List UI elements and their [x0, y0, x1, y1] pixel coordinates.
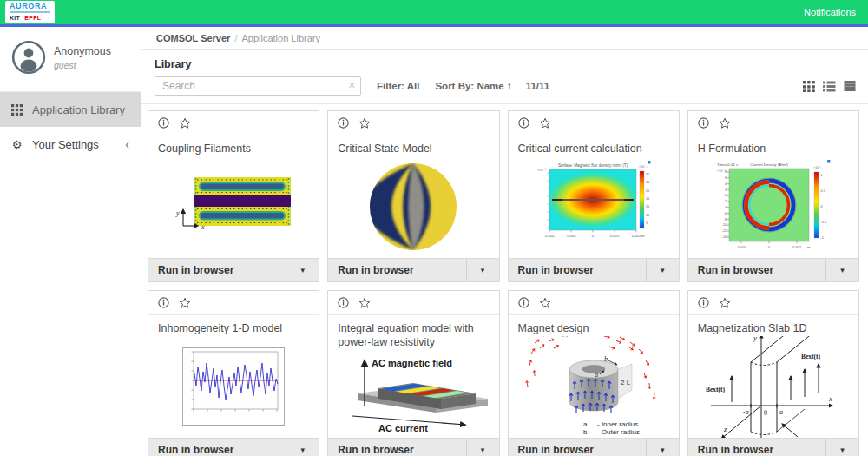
- inhomogeneity-figure: [182, 347, 285, 426]
- collapse-chevron-icon[interactable]: ‹: [125, 138, 129, 150]
- star-icon[interactable]: [358, 297, 371, 309]
- star-icon[interactable]: [539, 117, 551, 129]
- svg-text:b: b: [604, 355, 608, 363]
- critical-state-model-figure: [368, 162, 458, 252]
- run-in-browser-button[interactable]: Run in browser ▾: [328, 438, 498, 456]
- star-icon[interactable]: [179, 117, 191, 129]
- caret-down-icon: ▾: [661, 446, 665, 454]
- card-thumbnail: Time=0.42 s Current Density (A/m²) ×10⁻⁴: [688, 156, 858, 258]
- svg-text:30: 30: [646, 182, 649, 185]
- run-in-browser-button[interactable]: Run in browser ▾: [509, 258, 679, 281]
- filter-control[interactable]: Filter: All: [377, 81, 419, 91]
- app-card-coupling-filaments[interactable]: Coupling Filaments: [148, 110, 319, 282]
- card-thumbnail: y x z -a 0 a Bext(t) Bext(t) HTS slab: [688, 336, 858, 438]
- star-icon[interactable]: [719, 117, 731, 129]
- info-icon[interactable]: [158, 297, 169, 308]
- svg-text:-1: -1: [820, 236, 823, 240]
- sidebar-item-your-settings[interactable]: ⚙ Your Settings ‹: [0, 127, 141, 162]
- svg-text:-6: -6: [724, 212, 727, 215]
- gear-icon: ⚙: [11, 138, 23, 151]
- star-icon[interactable]: [179, 297, 191, 309]
- app-card-h-formulation[interactable]: H Formulation Time=0.42 s Current Densit…: [687, 110, 859, 282]
- run-options-dropdown[interactable]: ▾: [286, 259, 319, 281]
- app-card-inhomogeneity-1d-model[interactable]: Inhomogeneity 1-D model: [148, 290, 319, 456]
- compact-view-icon[interactable]: [844, 80, 856, 92]
- svg-text:-14: -14: [722, 235, 727, 239]
- clear-search-icon[interactable]: ✕: [348, 80, 356, 91]
- svg-text:0.001: 0.001: [609, 234, 619, 238]
- info-icon[interactable]: [698, 117, 709, 129]
- svg-text:1: 1: [820, 174, 822, 177]
- caret-down-icon: ▾: [481, 266, 485, 274]
- run-in-browser-button[interactable]: Run in browser ▾: [328, 258, 498, 281]
- card-title: H Formulation: [688, 135, 858, 156]
- info-icon[interactable]: [518, 297, 529, 308]
- sort-control[interactable]: Sort By: Name ↑: [435, 81, 511, 91]
- kit-logo-text: KIT: [10, 15, 20, 21]
- sort-direction-icon: ↑: [507, 81, 512, 91]
- magnet-design-figure: b a 2 L a- Inner radius b- Outer radius …: [524, 336, 663, 438]
- notifications-button[interactable]: Notifications: [804, 7, 856, 17]
- svg-text:-2: -2: [724, 201, 727, 204]
- run-options-dropdown[interactable]: ▾: [825, 439, 858, 456]
- card-thumbnail: [148, 336, 319, 438]
- svg-text:-10: -10: [722, 224, 727, 228]
- run-in-browser-button[interactable]: Run in browser ▾: [688, 438, 858, 456]
- sidebar-item-application-library[interactable]: Application Library: [0, 92, 141, 127]
- star-icon[interactable]: [358, 117, 371, 129]
- user-name: Anonymous: [54, 45, 111, 57]
- svg-text:4: 4: [725, 182, 727, 186]
- breadcrumb-current: Application Library: [241, 33, 320, 43]
- run-options-dropdown[interactable]: ▾: [646, 439, 679, 456]
- app-card-critical-current-calculation[interactable]: Critical current calculation: [508, 110, 680, 282]
- run-in-browser-button[interactable]: Run in browser ▾: [509, 438, 679, 456]
- svg-text:x: x: [828, 394, 832, 403]
- info-icon[interactable]: [518, 117, 529, 129]
- breadcrumb-root[interactable]: COMSOL Server: [156, 33, 230, 43]
- card-thumbnail: Surface: Magnetic flux density norm (T) …: [509, 156, 679, 258]
- run-in-browser-button[interactable]: Run in browser ▾: [148, 258, 319, 281]
- app-card-magnetization-slab-1d[interactable]: Magnetization Slab 1D: [687, 290, 859, 456]
- svg-text:x: x: [201, 223, 205, 231]
- run-options-dropdown[interactable]: ▾: [466, 259, 499, 281]
- coupling-filaments-figure: y x: [173, 175, 294, 238]
- app-card-integral-equation-model[interactable]: Integral equation model with power-law r…: [327, 290, 499, 456]
- info-icon[interactable]: [338, 117, 349, 129]
- star-icon[interactable]: [719, 297, 731, 309]
- grid-view-icon[interactable]: [803, 80, 815, 92]
- svg-text:-0.002: -0.002: [544, 234, 556, 238]
- app-card-magnet-design[interactable]: Magnet design: [508, 290, 680, 456]
- svg-text:- Inner radius: - Inner radius: [597, 420, 638, 428]
- aurora-logo-text: AURORA: [10, 3, 50, 10]
- svg-text:35: 35: [646, 173, 649, 176]
- svg-text:AC magnetic field: AC magnetic field: [372, 358, 452, 368]
- svg-text:×10⁻³: ×10⁻³: [639, 165, 648, 169]
- caret-down-icon: ▾: [840, 266, 845, 274]
- card-thumbnail: b a 2 L a- Inner radius b- Outer radius …: [509, 336, 679, 438]
- card-title: Critical State Model: [328, 135, 498, 156]
- svg-text:8: 8: [725, 171, 727, 175]
- svg-text:0: 0: [764, 409, 767, 417]
- star-icon[interactable]: [539, 297, 551, 309]
- run-options-dropdown[interactable]: ▾: [646, 259, 679, 281]
- aurora-logo[interactable]: AURORA KITEPFL: [5, 1, 55, 24]
- run-in-browser-button[interactable]: Run in browser ▾: [148, 438, 319, 456]
- plot-control-icon: [648, 161, 651, 164]
- run-options-dropdown[interactable]: ▾: [825, 259, 858, 281]
- sidebar-item-label: Application Library: [32, 103, 125, 116]
- breadcrumb-separator: /: [234, 33, 237, 43]
- card-title: Coupling Filaments: [148, 135, 319, 156]
- run-options-dropdown[interactable]: ▾: [466, 439, 499, 456]
- info-icon[interactable]: [338, 297, 349, 308]
- list-view-icon[interactable]: [823, 80, 836, 92]
- svg-text:AC current: AC current: [378, 423, 428, 433]
- info-icon[interactable]: [698, 297, 709, 308]
- run-options-dropdown[interactable]: ▾: [286, 439, 319, 456]
- critical-current-figure: Surface: Magnetic flux density norm (T) …: [536, 161, 652, 253]
- search-input[interactable]: [155, 76, 361, 96]
- info-icon[interactable]: [158, 117, 169, 129]
- main-area: COMSOL Server / Application Library Libr…: [141, 27, 868, 456]
- run-in-browser-button[interactable]: Run in browser ▾: [688, 258, 858, 281]
- app-card-critical-state-model[interactable]: Critical State Model: [327, 110, 499, 282]
- sidebar-nav: Application Library ⚙ Your Settings ‹: [0, 91, 141, 162]
